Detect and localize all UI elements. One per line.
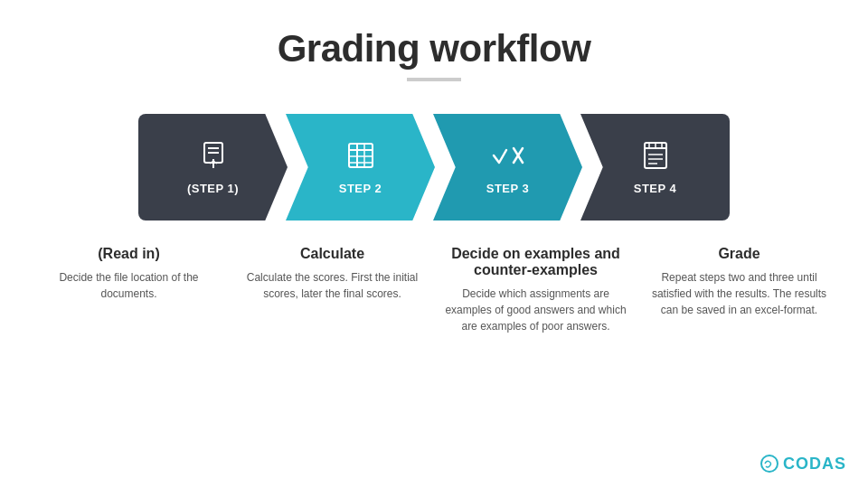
step3-text-col: Decide on examples and counter-examples …: [434, 246, 637, 334]
step1-inner: (STEP 1): [187, 139, 239, 195]
step4-label: STEP 4: [634, 182, 677, 195]
step2-text-col: Calculate Calculate the scores. First th…: [231, 246, 434, 334]
step4-text-body: Repeat steps two and three until satisfi…: [645, 269, 834, 318]
step2-text-title: Calculate: [300, 246, 364, 262]
step2-icon: [344, 139, 377, 178]
step4-text-col: Grade Repeat steps two and three until s…: [637, 246, 841, 334]
step1-icon: [197, 139, 230, 178]
step1-text-col: (Read in) Decide the file location of th…: [27, 246, 231, 334]
step3-text-title: Decide on examples and counter-examples: [441, 246, 630, 278]
step4-inner: STEP 4: [634, 139, 677, 195]
title-divider: [407, 78, 461, 81]
codas-logo-icon: [760, 454, 779, 474]
step3-text-body: Decide which assignments are examples of…: [441, 286, 630, 334]
step2-label: STEP 2: [339, 182, 382, 195]
codas-logo-text: CODAS: [783, 455, 846, 474]
step3-shape: STEP 3: [433, 114, 582, 221]
step3-label: STEP 3: [486, 182, 530, 195]
step2-inner: STEP 2: [339, 139, 382, 195]
page-title: Grading workflow: [278, 27, 591, 70]
page: Grading workflow (STEP 1): [0, 0, 868, 488]
svg-rect-4: [349, 144, 373, 167]
svg-point-20: [761, 455, 778, 472]
step1-shape: (STEP 1): [138, 114, 288, 221]
steps-text-row: (Read in) Decide the file location of th…: [27, 246, 841, 334]
codas-logo: CODAS: [760, 454, 846, 474]
step4-text-title: Grade: [718, 246, 760, 262]
step4-icon: [639, 139, 672, 178]
step1-text-body: Decide the file location of the document…: [34, 269, 223, 302]
step4-shape: STEP 4: [580, 114, 730, 221]
steps-container: (STEP 1) STEP 2: [138, 114, 730, 221]
step1-text-title: (Read in): [98, 246, 159, 262]
step3-inner: STEP 3: [486, 139, 530, 195]
title-section: Grading workflow: [278, 27, 591, 81]
step1-label: (STEP 1): [187, 182, 239, 195]
step2-shape: STEP 2: [286, 114, 435, 221]
step3-icon: [490, 139, 526, 178]
step2-text-body: Calculate the scores. First the initial …: [238, 269, 427, 302]
